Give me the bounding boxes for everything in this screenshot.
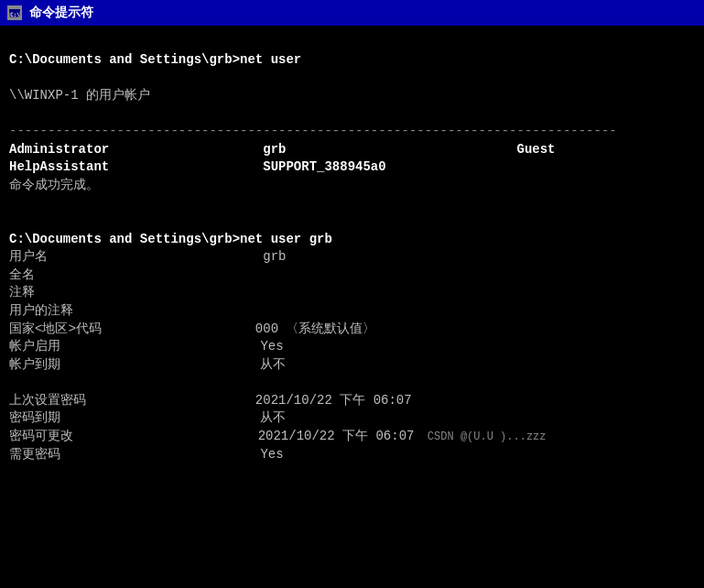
line-empty-2 <box>9 69 695 87</box>
title-bar-icon: C:\ <box>7 5 22 20</box>
user-list-1: Administrator grb Guest <box>9 141 695 159</box>
password-changeable-row: 密码可更改 2021/10/22 下午 06:07 CSDN @(U.U )..… <box>9 428 695 446</box>
account-expire-row: 帐户到期 从不 <box>9 356 695 375</box>
account-active-row: 帐户启用 Yes <box>9 338 695 356</box>
line-empty-1 <box>9 33 695 51</box>
user-list-2: HelpAssistant SUPPORT_388945a0 <box>9 158 695 177</box>
svg-text:C:\: C:\ <box>10 11 20 17</box>
country-code-row: 国家<地区>代码 000 〈系统默认值〉 <box>9 321 695 339</box>
line-empty-3 <box>9 104 695 123</box>
title-bar-title: 命令提示符 <box>29 5 93 21</box>
line-empty-6 <box>9 374 695 392</box>
line-empty-5 <box>9 212 695 231</box>
password-expire-row: 密码到期 从不 <box>9 409 695 428</box>
comment-row: 注释 <box>9 284 695 302</box>
line-empty-4 <box>9 194 695 212</box>
full-name-row: 全名 <box>9 267 695 285</box>
cmd-window: C:\ 命令提示符 C:\Documents and Settings\grb>… <box>0 0 704 588</box>
last-password-row: 上次设置密码 2021/10/22 下午 06:07 <box>9 392 695 410</box>
terminal-content[interactable]: C:\Documents and Settings\grb>net user \… <box>0 26 704 588</box>
divider-line: ----------------------------------------… <box>9 123 695 141</box>
user-comment-row: 用户的注释 <box>9 302 695 321</box>
winxp-header: \\WINXP-1 的用户帐户 <box>9 87 695 105</box>
user-name-row: 用户名 grb <box>9 248 695 267</box>
cmd-line-2: C:\Documents and Settings\grb>net user g… <box>9 231 695 249</box>
title-bar: C:\ 命令提示符 <box>0 0 704 26</box>
cmd-success: 命令成功完成。 <box>9 177 695 195</box>
watermark: CSDN @(U.U )...zzz <box>414 430 546 443</box>
password-required-row: 需更密码 Yes <box>9 446 695 464</box>
cmd-line-1: C:\Documents and Settings\grb>net user <box>9 51 695 70</box>
